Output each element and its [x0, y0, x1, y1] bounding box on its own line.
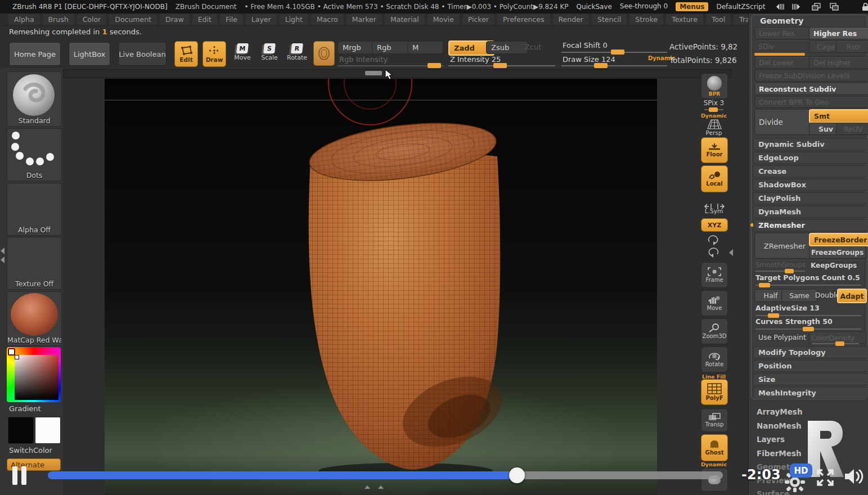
stroke-selector[interactable]: Dots [7, 128, 62, 181]
section-modify-topology[interactable]: Modify Topology [753, 346, 868, 358]
freeze-subdivision-button[interactable]: Freeze SubDivision Levels [754, 70, 868, 82]
stroke-type-button[interactable] [313, 41, 335, 66]
menu-brush[interactable]: Brush [42, 14, 75, 25]
rgb-intensity-track[interactable] [338, 65, 443, 66]
brush-selector[interactable]: Standard [7, 71, 62, 127]
scale-button[interactable]: S Scale [258, 43, 281, 61]
move-button[interactable]: M Move [231, 43, 254, 61]
primary-color-swatch[interactable] [8, 417, 34, 444]
del-lower-button[interactable]: Del Lower [754, 56, 815, 69]
smt-button[interactable]: Smt [809, 109, 868, 123]
divide-button[interactable]: Divide [754, 109, 815, 135]
draw-button[interactable]: Draw [203, 41, 226, 67]
use-polypaint-button[interactable]: Use Polypaint [754, 332, 814, 343]
menus-button[interactable]: Menus [676, 2, 708, 11]
material-selector[interactable]: MatCap Red Wax [7, 291, 62, 346]
menu-document[interactable]: Document [109, 14, 158, 25]
menu-color[interactable]: Color [77, 14, 107, 25]
freeze-groups-button[interactable]: FreezeGroups [809, 246, 866, 259]
sdiv-slider-fill[interactable] [754, 53, 805, 56]
rgb-intensity-handle[interactable] [428, 63, 441, 68]
home-page-button[interactable]: Home Page [9, 42, 61, 66]
menu-preferences[interactable]: Preferences [497, 14, 551, 25]
adaptive-size-track[interactable] [755, 315, 861, 316]
focal-shift-track[interactable] [561, 52, 667, 53]
z-intensity-handle[interactable] [493, 63, 507, 68]
freeze-border-button[interactable]: FreezeBorder [809, 233, 868, 246]
section-claypolish[interactable]: ClayPolish [753, 192, 868, 204]
default-zscript-button[interactable]: DefaultZScript [716, 3, 765, 11]
section-fibermesh[interactable]: FiberMesh [757, 449, 802, 458]
canvas-scrollbar[interactable] [63, 69, 731, 78]
curves-strength-handle[interactable] [803, 327, 814, 331]
lightbox-button[interactable]: LightBox [69, 42, 110, 66]
m-button[interactable]: M [407, 41, 443, 54]
menu-material[interactable]: Material [384, 14, 425, 25]
color-sv-square[interactable] [15, 355, 59, 400]
menu-edit[interactable]: Edit [192, 14, 218, 25]
texture-selector[interactable]: Texture Off [7, 237, 62, 290]
section-layers[interactable]: Layers [757, 435, 785, 444]
spix-slider-label[interactable]: SPix 3 [700, 99, 728, 107]
rgb-intensity-slider-label[interactable]: Rgb Intensity [339, 55, 388, 64]
smooth-groups-slider-label[interactable]: SmoothGroups [754, 260, 808, 270]
section-nanomesh[interactable]: NanoMesh [757, 421, 802, 430]
reuv-button[interactable]: ReUV [836, 123, 868, 135]
menu-macro[interactable]: Macro [311, 14, 344, 25]
quicksave-button[interactable]: QuickSave [576, 3, 611, 11]
color-picker[interactable] [7, 347, 61, 402]
menu-layer[interactable]: Layer [245, 14, 277, 25]
floor-button[interactable]: Floor [701, 137, 728, 163]
gradient-label[interactable]: Gradient [9, 404, 41, 413]
color-density-handle[interactable] [835, 341, 844, 346]
scroll-right-icon[interactable] [792, 2, 803, 12]
viewport[interactable] [105, 79, 657, 495]
convert-bpr-button[interactable]: Convert BPR To Geo [754, 96, 868, 108]
adapt-button[interactable]: Adapt [837, 289, 867, 303]
draw-size-handle[interactable] [594, 63, 608, 68]
scroll-left-icon[interactable] [773, 2, 784, 12]
bpr-button[interactable]: BPR [701, 73, 728, 99]
copy-document-right-icon[interactable] [829, 2, 839, 12]
zremesher-button[interactable]: ZRemesher [754, 233, 815, 259]
canvas-scrollbar-handle[interactable] [365, 71, 382, 75]
section-mesh-integrity[interactable]: MeshIntegrity [753, 387, 868, 399]
menu-file[interactable]: File [219, 14, 244, 25]
menu-light[interactable]: Light [279, 14, 309, 25]
collapse-left-shelf-icon[interactable] [1, 248, 5, 254]
volume-icon[interactable] [843, 465, 865, 490]
spix-track[interactable] [704, 109, 723, 110]
transp-button[interactable]: Transp [701, 408, 728, 432]
draw-size-track[interactable] [561, 65, 667, 66]
xyz-button[interactable]: XYZ [701, 218, 728, 232]
section-crease[interactable]: Crease [753, 165, 868, 177]
spin-up-icon[interactable] [708, 235, 719, 248]
video-progress-bar[interactable] [48, 471, 723, 479]
rotate-button[interactable]: R Rotate [285, 43, 309, 61]
menu-picker[interactable]: Picker [462, 14, 495, 25]
rotate-tool-button[interactable]: Rotate [701, 346, 728, 372]
menu-stroke[interactable]: Stroke [629, 14, 664, 25]
menu-texture[interactable]: Texture [665, 14, 704, 25]
focal-shift-handle[interactable] [611, 50, 624, 55]
zoom3d-button[interactable]: Zoom3D [701, 318, 728, 344]
higher-res-button[interactable]: Higher Res [809, 27, 868, 39]
ghost-button[interactable]: Ghost [701, 434, 728, 461]
target-polygons-handle[interactable] [759, 283, 770, 287]
edit-button[interactable]: Edit [174, 41, 198, 67]
z-intensity-slider-label[interactable]: Z Intensity 25 [450, 55, 501, 64]
section-position[interactable]: Position [753, 360, 868, 372]
curves-strength-slider-label[interactable]: Curves Strength 50 [755, 317, 833, 326]
section-zremesher[interactable]: ZRemesher [753, 219, 868, 231]
see-through-slider[interactable]: See-through 0 [620, 2, 668, 12]
menu-draw[interactable]: Draw [159, 14, 190, 25]
target-polygons-slider-label[interactable]: Target Polygons Count 0.5 [755, 273, 860, 282]
zcut-button[interactable]: Zcut [520, 41, 554, 53]
progress-handle[interactable] [509, 467, 525, 483]
menu-movie[interactable]: Movie [427, 14, 460, 25]
menu-alpha[interactable]: Alpha [8, 14, 41, 25]
menu-tool[interactable]: Tool [705, 14, 731, 25]
z-intensity-track[interactable] [448, 65, 555, 66]
section-shadowbox[interactable]: ShadowBox [753, 179, 868, 191]
keep-groups-button[interactable]: KeepGroups [809, 260, 865, 271]
